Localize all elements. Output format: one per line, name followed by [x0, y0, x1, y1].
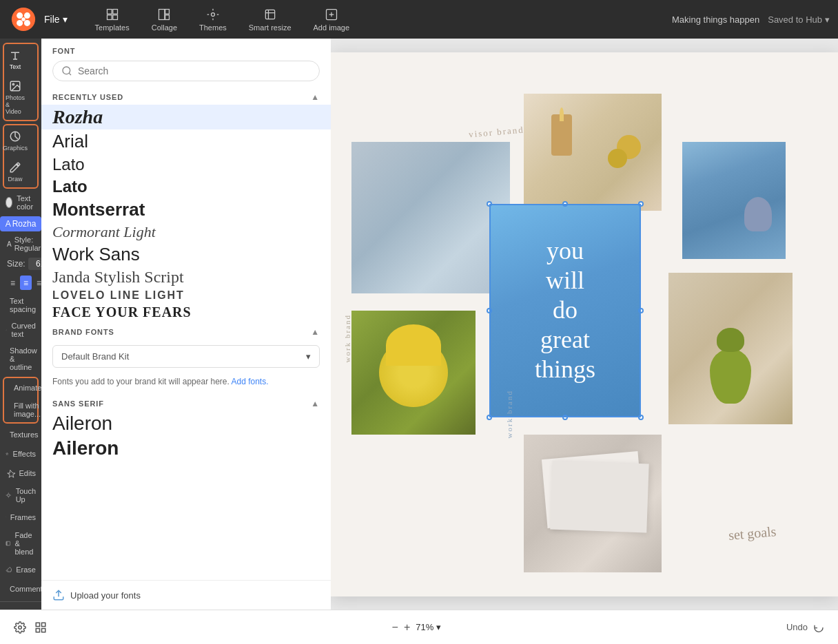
file-menu[interactable]: File ▾	[44, 14, 68, 25]
sidebar-item-curved-text[interactable]: Curved text	[0, 318, 41, 342]
sidebar-item-frames[interactable]: Frames	[0, 508, 41, 527]
curved-text-label: Curved text	[12, 322, 36, 338]
zoom-level[interactable]: 71% ▾	[416, 622, 441, 632]
file-label: File	[44, 14, 60, 25]
grid-view-icon[interactable]	[34, 621, 47, 634]
svg-point-13	[211, 12, 214, 16]
font-search-input[interactable]	[78, 65, 311, 76]
svg-point-22	[8, 494, 10, 497]
themes-label: Themes	[199, 23, 227, 32]
add-fonts-link[interactable]: Add fonts.	[231, 377, 268, 386]
sidebar-item-draw[interactable]: Draw	[7, 157, 23, 187]
blue-card[interactable]: youwilldogreatthings	[489, 204, 641, 417]
erase-label: Erase	[16, 565, 36, 574]
sidebar-item-photos[interactable]: Photos & Video	[7, 76, 23, 119]
font-item-lato-bold[interactable]: Lato	[41, 176, 331, 198]
sidebar-item-effects[interactable]: Effects	[0, 444, 41, 464]
svg-rect-29	[42, 623, 45, 626]
svg-rect-12	[165, 14, 170, 19]
font-item-arial[interactable]: Arial	[41, 129, 331, 154]
zoom-in-button[interactable]: +	[404, 621, 410, 634]
brand-fonts-label: BRAND FONTS	[52, 328, 114, 336]
sidebar-item-comments[interactable]: Comments	[0, 579, 41, 599]
sans-serif-header: SANS SERIF ▲	[41, 393, 331, 411]
fill-image-label: Fill with image...	[14, 402, 41, 418]
font-name-worksans: Work Sans	[52, 244, 140, 265]
upload-icon	[52, 589, 65, 601]
svg-rect-14	[265, 10, 274, 19]
sidebar-item-graphics[interactable]: Graphics	[7, 126, 23, 156]
canvas: visor brand	[331, 52, 838, 596]
svg-rect-9	[112, 14, 117, 19]
font-name-janda: Janda Stylish Script	[52, 268, 184, 287]
photo-fabric	[351, 142, 510, 293]
svg-rect-6	[107, 9, 112, 14]
file-chevron-icon: ▾	[63, 14, 68, 25]
recently-used-collapse[interactable]: ▲	[311, 92, 320, 102]
text-color-row: Text color	[0, 190, 41, 215]
font-item-aileron2[interactable]: Aileron	[41, 436, 331, 461]
zoom-value: 71%	[416, 622, 433, 632]
align-right-button[interactable]: ≡	[33, 276, 41, 290]
settings-icon[interactable]	[14, 621, 26, 634]
undo-label: Undo	[786, 622, 808, 632]
zoom-chevron-icon: ▾	[436, 622, 441, 632]
photo-sky	[682, 142, 786, 259]
svg-rect-11	[165, 9, 170, 14]
sidebar-item-fade-blend[interactable]: Fade & blend	[0, 527, 41, 560]
smart-resize-tool[interactable]: Smart resize	[238, 5, 303, 34]
animate-fill-highlight: Animate Fill with image...	[3, 377, 39, 424]
templates-tool[interactable]: Templates	[84, 5, 141, 34]
style-label: Style: Regular	[14, 236, 41, 252]
canvas-area[interactable]: visor brand	[331, 39, 838, 610]
font-name-display: Rozha	[12, 219, 37, 229]
font-item-aileron1[interactable]: Aileron	[41, 411, 331, 436]
sidebar-item-shadow-outline[interactable]: Shadow & outline	[0, 342, 41, 375]
sidebar-item-edits[interactable]: Edits	[0, 464, 41, 483]
font-item-faceyourfears[interactable]: FACE YOUR FEARS	[41, 303, 331, 322]
logo[interactable]	[8, 4, 39, 34]
size-input[interactable]	[28, 258, 41, 270]
color-circle	[6, 197, 12, 208]
svg-rect-23	[6, 517, 6, 518]
sidebar-item-text-spacing[interactable]: Text spacing	[0, 293, 41, 318]
sidebar-item-textures[interactable]: Textures	[0, 425, 41, 444]
brand-fonts-collapse[interactable]: ▲	[311, 327, 320, 337]
comments-label: Comments	[10, 585, 41, 593]
themes-tool[interactable]: Themes	[188, 5, 238, 34]
undo-icon-bottom[interactable]	[813, 622, 824, 633]
text-color-label: Text color	[17, 194, 36, 211]
font-item-janda[interactable]: Janda Stylish Script	[41, 267, 331, 288]
bottombar: − + 71% ▾ Undo	[0, 610, 838, 644]
brand-kit-note: Fonts you add to your brand kit will app…	[52, 376, 320, 388]
font-icon: A	[6, 219, 11, 229]
font-item-worksans[interactable]: Work Sans	[41, 242, 331, 267]
sidebar-item-text[interactable]: Text	[7, 45, 23, 74]
font-item-cormorant[interactable]: Cormorant Light	[41, 222, 331, 242]
draw-label: Draw	[8, 176, 23, 183]
font-item-montserrat[interactable]: Montserrat	[41, 198, 331, 222]
font-selector[interactable]: A Rozha	[0, 216, 41, 231]
add-image-tool[interactable]: Add image	[303, 5, 361, 34]
fade-blend-label: Fade & blend	[14, 531, 36, 556]
style-icon: A	[7, 240, 12, 248]
text-spacing-label: Text spacing	[10, 297, 36, 313]
zoom-controls: − + 71% ▾	[392, 621, 442, 634]
sans-serif-collapse[interactable]: ▲	[311, 399, 320, 408]
zoom-out-button[interactable]: −	[392, 621, 398, 634]
font-panel-content: RECENTLY USED ▲ Rozha Arial Lato Lato Mo…	[41, 87, 331, 610]
smart-resize-label: Smart resize	[249, 23, 292, 32]
font-item-lato-reg[interactable]: Lato	[41, 154, 331, 176]
collage-tool[interactable]: Collage	[141, 5, 188, 34]
sidebar-item-animate[interactable]: Animate	[4, 378, 37, 397]
sidebar-item-erase[interactable]: Erase	[0, 560, 41, 579]
brand-kit-select[interactable]: Default Brand Kit ▾	[52, 345, 320, 368]
align-left-button[interactable]: ≡	[7, 276, 19, 290]
sidebar-item-touchup[interactable]: Touch Up	[0, 483, 41, 508]
upload-fonts-bar[interactable]: Upload your fonts	[41, 580, 331, 610]
svg-rect-7	[112, 9, 117, 14]
font-item-lovelo[interactable]: LOVELO LINE LIGHT	[41, 288, 331, 303]
sidebar-item-fill-image[interactable]: Fill with image...	[4, 397, 37, 422]
font-item-rozha[interactable]: Rozha	[41, 105, 331, 129]
align-center-button[interactable]: ≡	[20, 276, 32, 290]
